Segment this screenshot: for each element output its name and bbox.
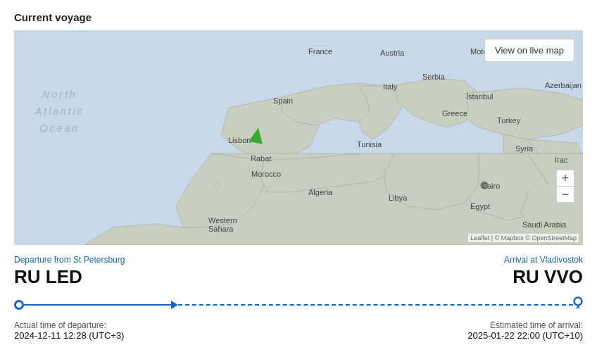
progress-track [14,304,583,306]
voyage-map: NorthAtlanticOcean France Austria Moto..… [14,30,583,245]
current-voyage-panel: Current voyage [0,0,597,355]
time-row: Actual time of departure: 2024-12-11 12:… [14,320,583,341]
arrival-time-label: Estimated time of arrival: [490,320,583,330]
progress-dotted-line [178,304,573,306]
map-attribution: Leaflet | © Mapbox © OpenStreetMap [468,234,579,242]
zoom-in-button[interactable]: + [557,170,574,186]
progress-solid-line [24,304,172,306]
progress-end-pin [573,296,583,313]
svg-point-16 [574,298,582,306]
svg-point-14 [214,182,220,188]
arrival-label: Arrival at Vladivostok [504,255,583,265]
live-map-button[interactable]: View on live map [484,39,574,62]
departure-info: Departure from St Petersburg RU LED [14,255,125,288]
port-row: Departure from St Petersburg RU LED Arri… [14,255,583,288]
departure-label: Departure from St Petersburg [14,255,125,265]
departure-time-value: 2024-12-11 12:28 (UTC+3) [14,330,124,341]
progress-start-dot [14,300,24,310]
svg-point-15 [481,182,488,189]
map-svg [14,30,583,245]
arrival-info: Arrival at Vladivostok RU VVO [504,255,583,288]
ocean-label: NorthAtlanticOcean [35,87,84,137]
ship-marker [249,126,265,144]
departure-time-label: Actual time of departure: [14,320,124,330]
zoom-controls: + − [556,170,574,203]
departure-code: RU LED [14,266,125,288]
zoom-out-button[interactable]: − [557,187,574,202]
departure-time-info: Actual time of departure: 2024-12-11 12:… [14,320,124,341]
voyage-progress [14,295,583,315]
arrival-time-info: Estimated time of arrival: 2025-01-22 22… [467,320,583,341]
section-title: Current voyage [14,11,583,23]
arrival-time-value: 2025-01-22 22:00 (UTC+10) [467,330,583,341]
arrival-code: RU VVO [513,266,583,288]
progress-arrow [171,301,178,309]
destination-pin-icon [573,296,583,310]
